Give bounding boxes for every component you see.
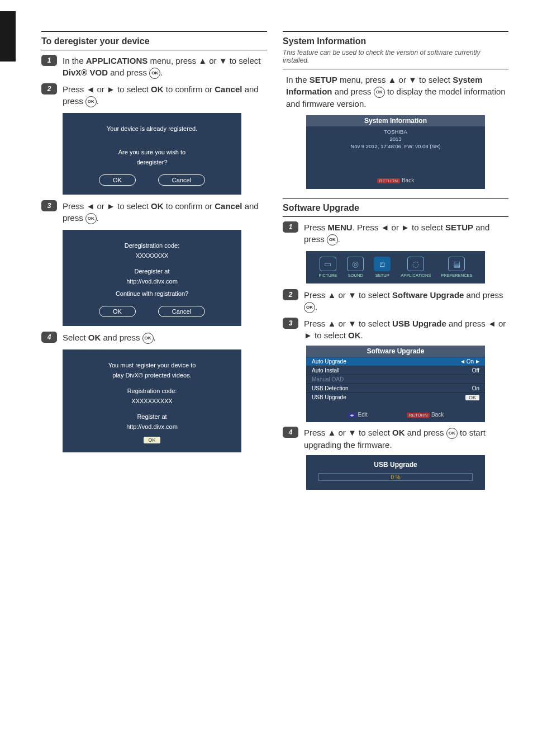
dialog-line: Continue with registration? — [69, 290, 235, 297]
table-row-auto-upgrade[interactable]: Auto Upgrade ◀On▶ — [306, 357, 485, 366]
step-badge: 2 — [41, 83, 57, 94]
step-text: In the APPLICATIONS menu, press ▲ or ▼ t… — [63, 55, 267, 79]
right-section2-title: Software Upgrade — [283, 203, 508, 213]
info-brand: TOSHIBA — [306, 129, 485, 135]
dialog-line: play DivX® protected videos. — [69, 372, 235, 379]
right-step-1: 1 Press MENU. Press ◄ or ► to select SET… — [283, 221, 508, 245]
menu-item-setup[interactable]: ⏍SETUP — [374, 257, 391, 278]
system-info-box: System Information TOSHIBA 2013 Nov 9 20… — [306, 115, 485, 189]
progress-bar: 0 % — [318, 473, 473, 481]
table-row-usb-detection[interactable]: USB DetectionOn — [306, 384, 485, 393]
dialog-line: Your device is already registered. — [69, 125, 235, 132]
chevron-right-icon: ▶ — [476, 359, 479, 364]
right-step-3: 3 Press ▲ or ▼ to select USB Upgrade and… — [283, 318, 508, 341]
ok-button[interactable]: OK — [99, 306, 136, 317]
step-text: Press ▲ or ▼ to select Software Upgrade … — [304, 289, 508, 313]
step-badge: 3 — [41, 200, 57, 211]
left-step-2: 2 Press ◄ or ► to select OK to confirm o… — [41, 83, 267, 107]
menu-bar: ▭PICTURE ◎SOUND ⏍SETUP ◌APPLICATIONS ▤PR… — [306, 251, 485, 284]
step-badge: 4 — [283, 427, 298, 438]
left-column: To deregister your device 1 In the APPLI… — [34, 28, 275, 493]
software-upgrade-table: Software Upgrade Auto Upgrade ◀On▶ Auto … — [306, 346, 485, 422]
step-badge: 3 — [283, 318, 298, 329]
step-text: Press ▲ or ▼ to select OK and press OK t… — [304, 427, 508, 451]
menu-item-applications[interactable]: ◌APPLICATIONS — [401, 257, 431, 278]
tv-dialog-dereg-code: Deregistration code: XXXXXXXX Deregister… — [63, 230, 241, 326]
dialog-line: Deregistration code: — [69, 242, 235, 249]
page-tab — [0, 11, 16, 62]
left-step-3: 3 Press ◄ or ► to select OK to confirm o… — [41, 200, 267, 224]
ok-button[interactable]: OK — [99, 174, 136, 186]
ok-icon: OK — [446, 428, 458, 439]
cancel-button[interactable]: Cancel — [158, 306, 205, 317]
step-text: In the SETUP menu, press ▲ or ▼ to selec… — [286, 74, 508, 110]
right-section1-sub: This feature can be used to check the ve… — [283, 49, 508, 64]
setup-icon: ⏍ — [374, 257, 391, 271]
right-step-4: 4 Press ▲ or ▼ to select OK and press OK… — [283, 427, 508, 451]
dialog-line: http://vod.divx.com — [69, 423, 235, 430]
menu-item-picture[interactable]: ▭PICTURE — [318, 257, 337, 278]
ok-icon: OK — [85, 96, 97, 107]
ok-button[interactable]: OK — [144, 437, 160, 443]
step-text: Press ◄ or ► to select OK to confirm or … — [63, 83, 267, 107]
step-badge: 1 — [283, 221, 298, 233]
chevron-left-icon: ◀ — [461, 359, 464, 364]
dialog-line: Deregister at — [69, 268, 235, 275]
sound-icon: ◎ — [347, 257, 364, 271]
ok-icon: OK — [374, 87, 385, 98]
ok-icon: OK — [142, 333, 154, 344]
step-text: Press MENU. Press ◄ or ► to select SETUP… — [304, 221, 508, 245]
step-badge: 4 — [41, 332, 57, 343]
table-row-auto-install[interactable]: Auto InstallOff — [306, 366, 485, 375]
ok-icon: OK — [149, 68, 160, 79]
right-column: System Information This feature can be u… — [275, 28, 516, 493]
applications-icon: ◌ — [407, 257, 424, 271]
table-row-usb-upgrade[interactable]: USB UpgradeOK — [306, 393, 485, 401]
info-fw: Nov 9 2012, 17:48:06, FW: v0.08 (SR) — [306, 143, 485, 149]
dialog-line: Registration code: — [69, 388, 235, 394]
dialog-line: XXXXXXXX — [69, 252, 235, 259]
step-text: Select OK and press OK. — [63, 332, 267, 344]
return-tag: RETURN — [407, 413, 430, 418]
cancel-button[interactable]: Cancel — [158, 174, 205, 186]
tv-dialog-deregister-confirm: Your device is already registered. Are y… — [63, 113, 241, 195]
left-section-title: To deregister your device — [41, 36, 267, 46]
table-row-manual-oad: Manual OAD — [306, 375, 485, 384]
edit-label: Edit — [358, 412, 368, 418]
step-text: Press ◄ or ► to select OK to confirm or … — [63, 200, 267, 224]
menu-item-preferences[interactable]: ▤PREFERENCES — [441, 257, 472, 278]
back-label: Back — [431, 412, 444, 418]
usb-title: USB Upgrade — [312, 461, 479, 469]
picture-icon: ▭ — [320, 257, 336, 271]
preferences-icon: ▤ — [448, 257, 465, 271]
dialog-line: XXXXXXXXXX — [69, 398, 235, 404]
usb-upgrade-box: USB Upgrade 0 % — [306, 455, 485, 490]
table-title: Software Upgrade — [306, 346, 485, 357]
right-step-2: 2 Press ▲ or ▼ to select Software Upgrad… — [283, 289, 508, 313]
menu-item-sound[interactable]: ◎SOUND — [347, 257, 364, 278]
info-title: System Information — [306, 115, 485, 126]
ok-icon: OK — [304, 302, 315, 313]
step-badge: 1 — [41, 55, 57, 66]
page-content: To deregister your device 1 In the APPLI… — [0, 0, 533, 510]
progress-percent: 0 % — [319, 474, 472, 480]
dialog-line: You must register your device to — [69, 362, 235, 368]
dialog-line: Register at — [69, 413, 235, 420]
return-tag: RETURN — [377, 178, 400, 183]
ok-icon: OK — [327, 234, 338, 245]
info-year: 2013 — [306, 136, 485, 142]
left-step-1: 1 In the APPLICATIONS menu, press ▲ or ▼… — [41, 55, 267, 79]
dialog-line: http://vod.divx.com — [69, 278, 235, 285]
tv-dialog-register: You must register your device to play Di… — [63, 349, 241, 452]
back-label: Back — [402, 177, 414, 183]
edit-tag: ◂▸ — [348, 413, 356, 418]
left-step-4: 4 Select OK and press OK. — [41, 332, 267, 344]
step-text: Press ▲ or ▼ to select USB Upgrade and p… — [304, 318, 508, 341]
ok-icon: OK — [85, 213, 97, 224]
dialog-line: deregister? — [69, 159, 235, 166]
right-section1-title: System Information — [283, 36, 508, 46]
right-sec1-step: In the SETUP menu, press ▲ or ▼ to selec… — [283, 74, 508, 110]
dialog-line: Are you sure you wish to — [69, 149, 235, 155]
step-badge: 2 — [283, 289, 298, 300]
